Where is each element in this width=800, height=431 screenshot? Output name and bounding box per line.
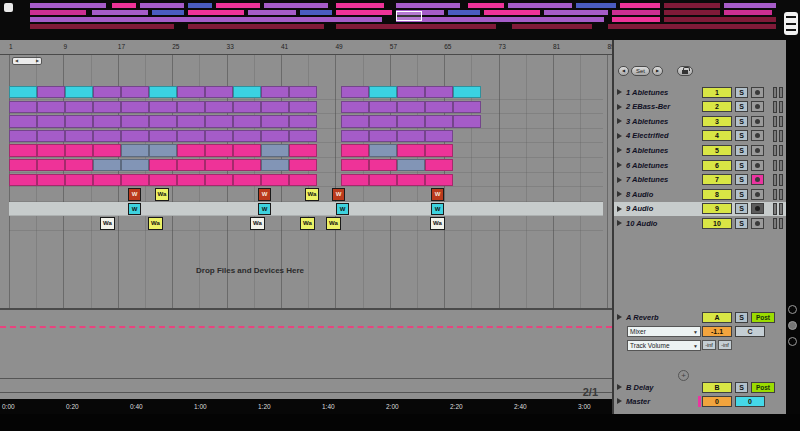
track-activator[interactable]: 8 <box>702 189 732 200</box>
clip[interactable] <box>369 159 397 171</box>
clip[interactable] <box>37 159 65 171</box>
clip[interactable] <box>341 101 369 113</box>
clip[interactable]: Wa <box>305 188 319 200</box>
solo-button[interactable]: S <box>735 312 748 323</box>
clip[interactable]: W <box>332 188 345 200</box>
clip[interactable] <box>397 130 425 142</box>
clip[interactable] <box>205 86 233 98</box>
param-chooser[interactable]: Track Volume ▼ <box>627 340 701 351</box>
unfold-track-icon[interactable] <box>617 118 622 124</box>
unfold-track-icon[interactable] <box>617 384 622 390</box>
clip[interactable] <box>121 174 149 186</box>
track-name[interactable]: 5 Abletunes <box>626 146 668 155</box>
clip[interactable]: Wa <box>148 217 163 229</box>
track-header[interactable]: 5 Abletunes5S <box>614 143 788 158</box>
device-chooser[interactable]: Mixer ▼ <box>627 326 701 337</box>
clip[interactable] <box>177 174 205 186</box>
unfold-track-icon[interactable] <box>617 89 622 95</box>
clip[interactable] <box>65 130 93 142</box>
clip[interactable] <box>9 144 37 156</box>
clip[interactable]: W <box>128 203 141 215</box>
track-name[interactable]: 1 Abletunes <box>626 88 668 97</box>
clip[interactable] <box>177 159 205 171</box>
clip[interactable] <box>261 115 289 127</box>
clip[interactable]: W <box>431 188 444 200</box>
clip[interactable] <box>341 144 369 156</box>
clip[interactable] <box>205 144 233 156</box>
master-volume[interactable]: 0 <box>702 396 732 407</box>
track-name[interactable]: 6 Abletunes <box>626 161 668 170</box>
set-button[interactable]: Set <box>631 66 650 76</box>
track-activator[interactable]: 5 <box>702 145 732 156</box>
arm-button[interactable] <box>751 116 764 127</box>
clip[interactable] <box>369 130 397 142</box>
track-activator[interactable]: 1 <box>702 87 732 98</box>
unfold-track-icon[interactable] <box>617 147 622 153</box>
clip[interactable] <box>425 144 453 156</box>
lock-button[interactable] <box>677 66 693 76</box>
clip[interactable] <box>397 174 425 186</box>
clip[interactable] <box>233 144 261 156</box>
arm-button[interactable] <box>751 130 764 141</box>
clip[interactable] <box>233 159 261 171</box>
solo-button[interactable]: S <box>735 116 748 127</box>
clip[interactable] <box>397 115 425 127</box>
clip[interactable] <box>261 101 289 113</box>
clip[interactable] <box>425 130 453 142</box>
solo-button[interactable]: S <box>735 145 748 156</box>
clip[interactable] <box>289 174 317 186</box>
track-header[interactable]: 8 Audio8S <box>614 187 788 202</box>
clip[interactable] <box>397 144 425 156</box>
clip[interactable] <box>369 115 397 127</box>
loop-brace[interactable]: ◀ ▶ <box>12 57 42 65</box>
track-header[interactable]: 2 EBass-Ber2S <box>614 100 788 115</box>
clip[interactable] <box>369 86 397 98</box>
track-header[interactable]: 4 Electrified4S <box>614 129 788 144</box>
time-ruler[interactable]: 0:000:200:401:001:201:402:002:202:403:00 <box>0 399 612 414</box>
clip[interactable]: Wa <box>300 217 315 229</box>
return-activator[interactable]: B <box>702 382 732 393</box>
arm-button[interactable] <box>751 174 764 185</box>
clip[interactable] <box>65 174 93 186</box>
clip[interactable] <box>233 115 261 127</box>
track-lane[interactable]: WWaWWaWW <box>9 187 603 202</box>
clip[interactable] <box>93 130 121 142</box>
solo-button[interactable]: S <box>735 189 748 200</box>
return-b-header[interactable]: B Delay B S Post <box>614 380 788 395</box>
track-header[interactable]: 6 Abletunes6S <box>614 158 788 173</box>
clip[interactable] <box>37 86 65 98</box>
clip[interactable] <box>37 144 65 156</box>
return-a-header[interactable]: A Reverb A S Post <box>614 310 788 325</box>
clip[interactable] <box>177 86 205 98</box>
clip[interactable]: W <box>258 188 271 200</box>
send-volume-value[interactable]: -1.1 <box>702 326 732 337</box>
solo-button[interactable]: S <box>735 130 748 141</box>
show-mixer-button[interactable] <box>788 337 797 346</box>
clip[interactable] <box>289 86 317 98</box>
clip[interactable]: W <box>431 203 444 215</box>
track-lane[interactable] <box>9 143 603 158</box>
clip[interactable] <box>425 115 453 127</box>
clip[interactable] <box>261 130 289 142</box>
bar-ruler[interactable]: 1917253341495765738189 <box>0 40 612 55</box>
track-name[interactable]: 8 Audio <box>626 190 653 199</box>
arm-button[interactable] <box>751 203 764 214</box>
clip[interactable] <box>261 159 289 171</box>
clip[interactable] <box>425 86 453 98</box>
track-lane[interactable] <box>9 158 603 173</box>
return-name[interactable]: A Reverb <box>626 313 659 322</box>
clip[interactable] <box>261 86 289 98</box>
clip[interactable] <box>93 86 121 98</box>
track-lane[interactable] <box>9 100 603 115</box>
arm-button[interactable] <box>751 145 764 156</box>
clip[interactable]: W <box>128 188 141 200</box>
clip[interactable] <box>177 101 205 113</box>
clip[interactable] <box>9 115 37 127</box>
unfold-track-icon[interactable] <box>617 133 622 139</box>
clip[interactable] <box>425 101 453 113</box>
track-name[interactable]: 4 Electrified <box>626 131 669 140</box>
track-lane[interactable]: WWWW <box>9 202 603 217</box>
clip[interactable] <box>289 159 317 171</box>
clip[interactable] <box>65 144 93 156</box>
track-header[interactable]: 1 Abletunes1S <box>614 85 788 100</box>
